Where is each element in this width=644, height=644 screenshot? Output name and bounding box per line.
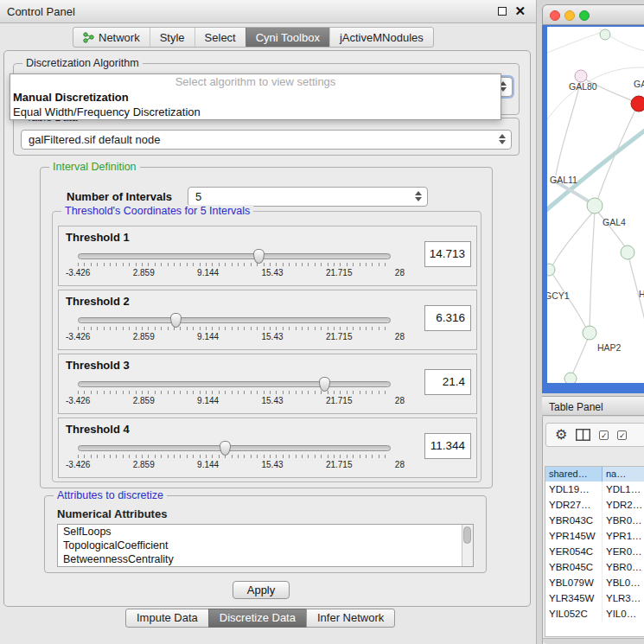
table-row[interactable]: YPR145WYPR1…: [545, 528, 644, 544]
scale-tick-label: 15.43: [262, 268, 284, 277]
threshold-4-slider[interactable]: [78, 445, 391, 451]
node[interactable]: [564, 373, 577, 383]
cell[interactable]: YER054C: [545, 544, 603, 559]
cell[interactable]: YBL0…: [603, 575, 644, 590]
slider-ticks: [78, 327, 391, 330]
tab-label: Network: [99, 31, 140, 44]
columns-icon[interactable]: [576, 429, 590, 441]
node[interactable]: [621, 245, 634, 259]
network-graph[interactable]: GAL80 GA GAL11 GAL4 GCY1 H HAP2: [547, 27, 644, 383]
table-row[interactable]: YBR043CYBR0…: [545, 513, 644, 528]
cell[interactable]: YIL052C: [545, 606, 603, 622]
list-item[interactable]: TopologicalCoefficient: [58, 539, 473, 552]
table-row[interactable]: YLR345WYLR3…: [545, 590, 644, 606]
dropdown-option-equal-width[interactable]: Equal Width/Frequency Discretization: [10, 105, 501, 119]
threshold-2-value-field[interactable]: 6.316: [424, 305, 471, 331]
cell[interactable]: YDR27…: [545, 497, 603, 513]
table-row[interactable]: YDR27…YDR2…: [545, 497, 644, 513]
table-row[interactable]: YDL19…YDL1…: [545, 481, 644, 497]
threshold-3-value-field[interactable]: 21.4: [424, 369, 471, 395]
minimize-traffic-light-icon[interactable]: [564, 10, 575, 21]
cell[interactable]: YER0…: [603, 544, 644, 559]
column-header-shared-name[interactable]: shared…: [545, 467, 603, 481]
table-header-row: shared… na…: [545, 467, 644, 481]
close-icon[interactable]: ✕: [514, 3, 526, 19]
threshold-1-slider[interactable]: [78, 253, 391, 259]
cell[interactable]: YBR0…: [603, 513, 644, 528]
slider-thumb[interactable]: [253, 249, 265, 264]
tab-network[interactable]: Network: [73, 28, 150, 47]
select-none-checkbox-icon[interactable]: ✓: [617, 430, 627, 440]
node-gal80[interactable]: [575, 70, 587, 82]
table-row[interactable]: YER054CYER0…: [545, 544, 644, 559]
cell[interactable]: YDR2…: [603, 497, 644, 513]
numerical-attributes-list[interactable]: SelfLoops TopologicalCoefficient Between…: [57, 524, 474, 567]
node-table[interactable]: shared… na… YDL19…YDL1… YDR27…YDR2… YBR0…: [545, 466, 644, 637]
tab-select[interactable]: Select: [194, 28, 245, 47]
cell[interactable]: YDL1…: [603, 481, 644, 497]
table-row[interactable]: YBL079WYBL0…: [545, 575, 644, 590]
tab-discretize-data[interactable]: Discretize Data: [208, 609, 307, 628]
float-window-icon[interactable]: [498, 7, 507, 16]
column-header-name[interactable]: na…: [603, 467, 644, 481]
window-title: Control Panel: [7, 5, 75, 18]
scrollbar-thumb[interactable]: [463, 526, 471, 544]
cell[interactable]: YBR045C: [545, 559, 603, 575]
threshold-1-value-field[interactable]: 14.713: [424, 241, 471, 267]
network-canvas[interactable]: GAL80 GA GAL11 GAL4 GCY1 H HAP2: [547, 27, 644, 383]
group-title: Interval Definition: [49, 161, 140, 173]
threshold-label: Threshold 1: [66, 231, 130, 244]
attributes-scrollbar[interactable]: [462, 525, 473, 566]
scale-tick-label: -3.426: [66, 460, 90, 469]
cell[interactable]: YIL0…: [603, 606, 644, 622]
slider-thumb[interactable]: [319, 377, 330, 392]
selected-node[interactable]: [631, 96, 644, 112]
scale-tick-label: 15.43: [262, 332, 284, 341]
node-hap2[interactable]: [583, 326, 596, 340]
tab-infer-network[interactable]: Infer Network: [306, 609, 395, 628]
threshold-3-slider[interactable]: [78, 381, 391, 387]
slider-thumb[interactable]: [220, 441, 231, 456]
close-traffic-light-icon[interactable]: [550, 10, 560, 21]
slider-ticks: [78, 263, 391, 266]
cell[interactable]: YBL079W: [545, 575, 603, 590]
control-panel-window: Control Panel ✕ Network Style Select Cyn…: [0, 0, 537, 644]
cell[interactable]: YLR345W: [545, 590, 603, 606]
threshold-2-panel: Threshold 2 -3.4262.8599.14415.4321.7152…: [58, 290, 477, 350]
cyni-toolbox-panel: Discretization Algorithm Select algorith…: [3, 50, 531, 607]
number-of-intervals-select[interactable]: 5: [188, 187, 428, 207]
gear-icon[interactable]: ⚙: [555, 428, 567, 442]
node[interactable]: [600, 29, 610, 40]
scale-tick-label: 2.859: [133, 460, 155, 469]
group-title: Threshold's Coordinates for 5 Intervals: [61, 205, 253, 217]
table-row[interactable]: YIL052CYIL0…: [545, 606, 644, 622]
tab-label: Style: [160, 31, 185, 44]
cell[interactable]: YLR3…: [603, 590, 644, 606]
table-row[interactable]: YBR045CYBR0…: [545, 559, 644, 575]
node-gal4[interactable]: [587, 198, 603, 214]
tab-style[interactable]: Style: [150, 28, 194, 47]
list-item[interactable]: BetweennessCentrality: [58, 552, 473, 566]
cell[interactable]: YDL19…: [545, 481, 603, 497]
slider-thumb[interactable]: [170, 313, 182, 328]
cell[interactable]: YPR145W: [545, 528, 603, 544]
dropdown-option-manual[interactable]: Manual Discretization: [10, 90, 501, 105]
tab-jactivemnodules[interactable]: jActiveMNodules: [329, 28, 433, 47]
threshold-2-slider[interactable]: [78, 317, 391, 323]
thresholds-group: Threshold's Coordinates for 5 Intervals …: [52, 211, 481, 482]
cell[interactable]: YBR043C: [545, 513, 603, 528]
tab-label: Select: [205, 31, 236, 44]
cell[interactable]: YPR1…: [603, 528, 644, 544]
threshold-4-value-field[interactable]: 11.344: [424, 433, 471, 459]
tab-cyni-toolbox[interactable]: Cyni Toolbox: [245, 28, 329, 47]
zoom-traffic-light-icon[interactable]: [579, 10, 590, 21]
table-panel-titlebar: Table Panel: [542, 396, 644, 416]
scale-tick-label: 21.715: [326, 396, 353, 405]
node-gcy1[interactable]: [547, 264, 555, 276]
tab-impute-data[interactable]: Impute Data: [125, 609, 209, 628]
select-all-checkbox-icon[interactable]: ✓: [599, 430, 609, 440]
cell[interactable]: YBR0…: [603, 559, 644, 575]
table-data-select[interactable]: galFiltered.sif default node: [21, 130, 512, 150]
apply-button[interactable]: Apply: [233, 581, 290, 599]
list-item[interactable]: SelfLoops: [58, 525, 473, 539]
